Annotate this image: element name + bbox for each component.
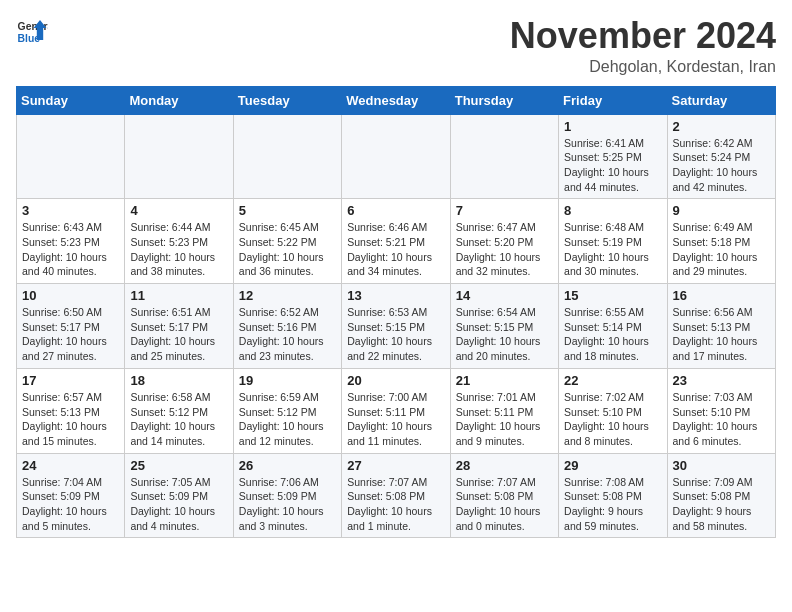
day-number: 19: [239, 373, 336, 388]
day-number: 1: [564, 119, 661, 134]
calendar-cell: 19Sunrise: 6:59 AM Sunset: 5:12 PM Dayli…: [233, 368, 341, 453]
day-info: Sunrise: 6:46 AM Sunset: 5:21 PM Dayligh…: [347, 220, 444, 279]
day-info: Sunrise: 7:08 AM Sunset: 5:08 PM Dayligh…: [564, 475, 661, 534]
day-info: Sunrise: 7:04 AM Sunset: 5:09 PM Dayligh…: [22, 475, 119, 534]
calendar-cell: 11Sunrise: 6:51 AM Sunset: 5:17 PM Dayli…: [125, 284, 233, 369]
calendar-cell: [125, 114, 233, 199]
logo: General Blue: [16, 16, 48, 48]
day-info: Sunrise: 6:47 AM Sunset: 5:20 PM Dayligh…: [456, 220, 553, 279]
calendar-week-row: 1Sunrise: 6:41 AM Sunset: 5:25 PM Daylig…: [17, 114, 776, 199]
day-number: 26: [239, 458, 336, 473]
calendar-cell: 22Sunrise: 7:02 AM Sunset: 5:10 PM Dayli…: [559, 368, 667, 453]
day-info: Sunrise: 7:07 AM Sunset: 5:08 PM Dayligh…: [456, 475, 553, 534]
day-number: 29: [564, 458, 661, 473]
day-number: 10: [22, 288, 119, 303]
calendar-cell: [342, 114, 450, 199]
day-info: Sunrise: 6:58 AM Sunset: 5:12 PM Dayligh…: [130, 390, 227, 449]
weekday-header: Thursday: [450, 86, 558, 114]
day-number: 5: [239, 203, 336, 218]
day-info: Sunrise: 6:57 AM Sunset: 5:13 PM Dayligh…: [22, 390, 119, 449]
calendar-cell: 23Sunrise: 7:03 AM Sunset: 5:10 PM Dayli…: [667, 368, 775, 453]
calendar-cell: 28Sunrise: 7:07 AM Sunset: 5:08 PM Dayli…: [450, 453, 558, 538]
calendar-cell: 3Sunrise: 6:43 AM Sunset: 5:23 PM Daylig…: [17, 199, 125, 284]
calendar-week-row: 10Sunrise: 6:50 AM Sunset: 5:17 PM Dayli…: [17, 284, 776, 369]
calendar-cell: 15Sunrise: 6:55 AM Sunset: 5:14 PM Dayli…: [559, 284, 667, 369]
day-number: 28: [456, 458, 553, 473]
calendar-cell: 2Sunrise: 6:42 AM Sunset: 5:24 PM Daylig…: [667, 114, 775, 199]
day-number: 21: [456, 373, 553, 388]
day-info: Sunrise: 6:52 AM Sunset: 5:16 PM Dayligh…: [239, 305, 336, 364]
calendar-cell: 10Sunrise: 6:50 AM Sunset: 5:17 PM Dayli…: [17, 284, 125, 369]
day-number: 30: [673, 458, 770, 473]
weekday-header: Sunday: [17, 86, 125, 114]
calendar-cell: [233, 114, 341, 199]
day-number: 4: [130, 203, 227, 218]
calendar-cell: 12Sunrise: 6:52 AM Sunset: 5:16 PM Dayli…: [233, 284, 341, 369]
day-info: Sunrise: 6:56 AM Sunset: 5:13 PM Dayligh…: [673, 305, 770, 364]
calendar-week-row: 17Sunrise: 6:57 AM Sunset: 5:13 PM Dayli…: [17, 368, 776, 453]
day-info: Sunrise: 7:00 AM Sunset: 5:11 PM Dayligh…: [347, 390, 444, 449]
calendar-cell: 18Sunrise: 6:58 AM Sunset: 5:12 PM Dayli…: [125, 368, 233, 453]
calendar-week-row: 3Sunrise: 6:43 AM Sunset: 5:23 PM Daylig…: [17, 199, 776, 284]
day-info: Sunrise: 7:07 AM Sunset: 5:08 PM Dayligh…: [347, 475, 444, 534]
day-number: 14: [456, 288, 553, 303]
calendar-cell: 26Sunrise: 7:06 AM Sunset: 5:09 PM Dayli…: [233, 453, 341, 538]
calendar-cell: [450, 114, 558, 199]
day-info: Sunrise: 6:41 AM Sunset: 5:25 PM Dayligh…: [564, 136, 661, 195]
calendar-cell: 30Sunrise: 7:09 AM Sunset: 5:08 PM Dayli…: [667, 453, 775, 538]
calendar-cell: 24Sunrise: 7:04 AM Sunset: 5:09 PM Dayli…: [17, 453, 125, 538]
day-number: 22: [564, 373, 661, 388]
calendar-week-row: 24Sunrise: 7:04 AM Sunset: 5:09 PM Dayli…: [17, 453, 776, 538]
day-number: 24: [22, 458, 119, 473]
day-number: 12: [239, 288, 336, 303]
day-info: Sunrise: 7:01 AM Sunset: 5:11 PM Dayligh…: [456, 390, 553, 449]
day-number: 13: [347, 288, 444, 303]
calendar-cell: 13Sunrise: 6:53 AM Sunset: 5:15 PM Dayli…: [342, 284, 450, 369]
calendar-cell: 8Sunrise: 6:48 AM Sunset: 5:19 PM Daylig…: [559, 199, 667, 284]
day-info: Sunrise: 6:49 AM Sunset: 5:18 PM Dayligh…: [673, 220, 770, 279]
day-number: 27: [347, 458, 444, 473]
calendar-cell: 1Sunrise: 6:41 AM Sunset: 5:25 PM Daylig…: [559, 114, 667, 199]
title-block: November 2024 Dehgolan, Kordestan, Iran: [510, 16, 776, 76]
day-info: Sunrise: 6:51 AM Sunset: 5:17 PM Dayligh…: [130, 305, 227, 364]
weekday-header: Wednesday: [342, 86, 450, 114]
day-info: Sunrise: 7:03 AM Sunset: 5:10 PM Dayligh…: [673, 390, 770, 449]
day-info: Sunrise: 6:59 AM Sunset: 5:12 PM Dayligh…: [239, 390, 336, 449]
day-info: Sunrise: 7:02 AM Sunset: 5:10 PM Dayligh…: [564, 390, 661, 449]
location: Dehgolan, Kordestan, Iran: [510, 58, 776, 76]
calendar-cell: 20Sunrise: 7:00 AM Sunset: 5:11 PM Dayli…: [342, 368, 450, 453]
day-number: 17: [22, 373, 119, 388]
day-number: 9: [673, 203, 770, 218]
page-header: General Blue November 2024 Dehgolan, Kor…: [16, 16, 776, 76]
calendar-cell: 14Sunrise: 6:54 AM Sunset: 5:15 PM Dayli…: [450, 284, 558, 369]
day-number: 7: [456, 203, 553, 218]
day-info: Sunrise: 6:48 AM Sunset: 5:19 PM Dayligh…: [564, 220, 661, 279]
calendar-cell: 6Sunrise: 6:46 AM Sunset: 5:21 PM Daylig…: [342, 199, 450, 284]
calendar-cell: 29Sunrise: 7:08 AM Sunset: 5:08 PM Dayli…: [559, 453, 667, 538]
calendar-cell: 9Sunrise: 6:49 AM Sunset: 5:18 PM Daylig…: [667, 199, 775, 284]
day-number: 25: [130, 458, 227, 473]
day-info: Sunrise: 6:45 AM Sunset: 5:22 PM Dayligh…: [239, 220, 336, 279]
day-number: 15: [564, 288, 661, 303]
weekday-header: Monday: [125, 86, 233, 114]
logo-icon: General Blue: [16, 16, 48, 48]
day-info: Sunrise: 7:05 AM Sunset: 5:09 PM Dayligh…: [130, 475, 227, 534]
day-number: 18: [130, 373, 227, 388]
day-info: Sunrise: 6:42 AM Sunset: 5:24 PM Dayligh…: [673, 136, 770, 195]
day-number: 2: [673, 119, 770, 134]
calendar-cell: 21Sunrise: 7:01 AM Sunset: 5:11 PM Dayli…: [450, 368, 558, 453]
calendar-cell: 17Sunrise: 6:57 AM Sunset: 5:13 PM Dayli…: [17, 368, 125, 453]
calendar-cell: 4Sunrise: 6:44 AM Sunset: 5:23 PM Daylig…: [125, 199, 233, 284]
day-number: 6: [347, 203, 444, 218]
weekday-header-row: SundayMondayTuesdayWednesdayThursdayFrid…: [17, 86, 776, 114]
day-info: Sunrise: 7:06 AM Sunset: 5:09 PM Dayligh…: [239, 475, 336, 534]
calendar-cell: 7Sunrise: 6:47 AM Sunset: 5:20 PM Daylig…: [450, 199, 558, 284]
day-info: Sunrise: 6:53 AM Sunset: 5:15 PM Dayligh…: [347, 305, 444, 364]
day-info: Sunrise: 7:09 AM Sunset: 5:08 PM Dayligh…: [673, 475, 770, 534]
day-info: Sunrise: 6:54 AM Sunset: 5:15 PM Dayligh…: [456, 305, 553, 364]
day-number: 11: [130, 288, 227, 303]
calendar-cell: 16Sunrise: 6:56 AM Sunset: 5:13 PM Dayli…: [667, 284, 775, 369]
day-info: Sunrise: 6:44 AM Sunset: 5:23 PM Dayligh…: [130, 220, 227, 279]
day-number: 8: [564, 203, 661, 218]
calendar-cell: 25Sunrise: 7:05 AM Sunset: 5:09 PM Dayli…: [125, 453, 233, 538]
